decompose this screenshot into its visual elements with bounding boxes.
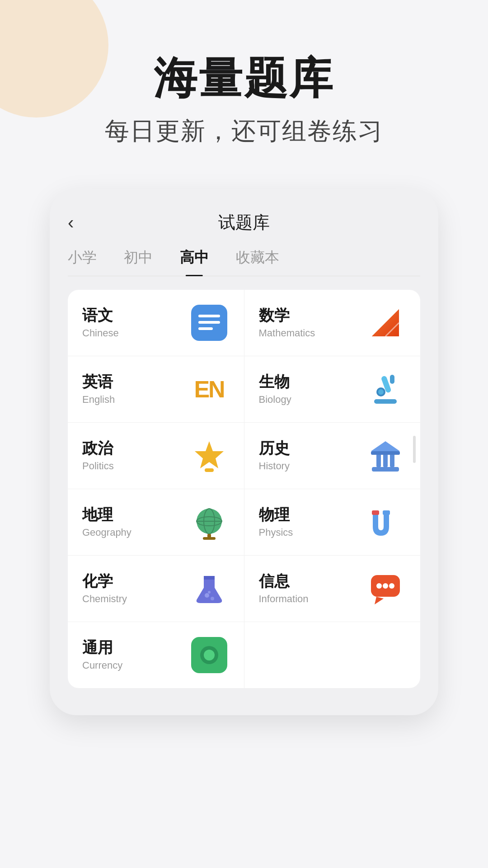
tab-bar: 小学 初中 高中 收藏本 bbox=[68, 248, 420, 276]
subject-grid: 语文 Chinese bbox=[68, 290, 420, 688]
svg-rect-11 bbox=[390, 375, 394, 384]
subject-cell-english[interactable]: 英语 English EN bbox=[68, 356, 244, 422]
svg-point-38 bbox=[204, 650, 215, 660]
geography-icon bbox=[189, 502, 230, 542]
currency-icon bbox=[189, 635, 230, 675]
subject-row-4: 化学 Chemistry bbox=[68, 556, 420, 622]
svg-point-28 bbox=[205, 593, 209, 598]
svg-point-33 bbox=[376, 583, 382, 589]
physics-icon bbox=[365, 502, 406, 542]
subject-name-en-geography: Geography bbox=[82, 527, 131, 538]
app-title: 试题库 bbox=[218, 211, 270, 234]
svg-rect-26 bbox=[372, 510, 379, 515]
app-header: ‹ 试题库 bbox=[68, 211, 420, 234]
svg-rect-25 bbox=[203, 537, 216, 540]
subject-cell-physics[interactable]: 物理 Physics bbox=[244, 489, 421, 555]
chemistry-icon bbox=[189, 568, 230, 609]
subject-name-zh-chemistry: 化学 bbox=[82, 572, 127, 590]
subject-name-en-information: Information bbox=[259, 593, 309, 605]
svg-marker-19 bbox=[371, 441, 400, 451]
svg-marker-32 bbox=[375, 597, 384, 604]
subject-name-en-politics: Politics bbox=[82, 460, 114, 472]
subject-name-en-history: History bbox=[259, 460, 290, 472]
math-icon bbox=[365, 302, 406, 343]
chinese-icon bbox=[189, 302, 230, 343]
page-content: 海量题库 每日更新，还可组卷练习 ‹ 试题库 小学 初中 高中 收藏本 bbox=[0, 0, 488, 715]
tab-middle[interactable]: 初中 bbox=[124, 248, 153, 270]
subject-name-en-currency: Currency bbox=[82, 660, 122, 671]
svg-rect-27 bbox=[383, 510, 390, 515]
subject-name-en-english: English bbox=[82, 394, 115, 406]
subject-info-biology: 生物 Biology bbox=[259, 373, 291, 406]
subject-name-zh-information: 信息 bbox=[259, 572, 309, 590]
svg-rect-1 bbox=[198, 315, 220, 317]
svg-point-34 bbox=[383, 583, 388, 589]
subject-cell-chinese[interactable]: 语文 Chinese bbox=[68, 290, 244, 356]
svg-rect-18 bbox=[371, 451, 400, 455]
subject-name-zh-math: 数学 bbox=[259, 306, 315, 325]
subject-info-physics: 物理 Physics bbox=[259, 505, 293, 538]
subject-info-chinese: 语文 Chinese bbox=[82, 306, 119, 339]
subject-info-history: 历史 History bbox=[259, 439, 290, 472]
subject-name-en-chemistry: Chemistry bbox=[82, 593, 127, 605]
subject-row-0: 语文 Chinese bbox=[68, 290, 420, 356]
politics-icon bbox=[189, 435, 230, 476]
svg-rect-16 bbox=[383, 453, 388, 467]
subject-name-zh-physics: 物理 bbox=[259, 505, 293, 524]
subject-name-zh-geography: 地理 bbox=[82, 505, 131, 524]
english-en-text: EN bbox=[194, 377, 224, 401]
subject-info-currency: 通用 Currency bbox=[82, 638, 122, 671]
svg-rect-15 bbox=[376, 453, 381, 467]
subject-cell-currency[interactable]: 通用 Currency bbox=[68, 622, 244, 688]
svg-marker-5 bbox=[372, 309, 399, 336]
svg-marker-12 bbox=[195, 441, 224, 468]
subject-name-zh-chinese: 语文 bbox=[82, 306, 119, 325]
subject-cell-politics[interactable]: 政治 Politics bbox=[68, 423, 244, 489]
subject-info-english: 英语 English bbox=[82, 373, 115, 406]
phone-mock: ‹ 试题库 小学 初中 高中 收藏本 语文 Chinese bbox=[50, 189, 438, 715]
svg-rect-13 bbox=[205, 468, 214, 472]
subject-cell-chemistry[interactable]: 化学 Chemistry bbox=[68, 556, 244, 622]
svg-rect-8 bbox=[374, 399, 397, 404]
subject-info-geography: 地理 Geography bbox=[82, 505, 131, 538]
biology-icon bbox=[365, 369, 406, 410]
subject-cell-geography[interactable]: 地理 Geography bbox=[68, 489, 244, 555]
subject-row-5: 通用 Currency bbox=[68, 622, 420, 688]
svg-rect-14 bbox=[372, 467, 399, 472]
tab-favorites[interactable]: 收藏本 bbox=[236, 248, 279, 270]
subject-name-en-biology: Biology bbox=[259, 394, 291, 406]
subject-row-3: 地理 Geography bbox=[68, 489, 420, 556]
subject-info-information: 信息 Information bbox=[259, 572, 309, 605]
history-icon bbox=[365, 435, 406, 476]
svg-point-30 bbox=[208, 591, 211, 594]
subject-cell-math[interactable]: 数学 Mathematics bbox=[244, 290, 421, 356]
svg-point-35 bbox=[389, 583, 394, 589]
subject-cell-history[interactable]: 历史 History bbox=[244, 423, 421, 489]
subject-info-chemistry: 化学 Chemistry bbox=[82, 572, 127, 605]
subject-name-en-chinese: Chinese bbox=[82, 327, 119, 339]
subject-info-politics: 政治 Politics bbox=[82, 439, 114, 472]
svg-rect-17 bbox=[390, 453, 394, 467]
hero-title: 海量题库 bbox=[154, 54, 334, 102]
subject-cell-biology[interactable]: 生物 Biology bbox=[244, 356, 421, 422]
subject-cell-information[interactable]: 信息 Information bbox=[244, 556, 421, 622]
english-icon: EN bbox=[189, 369, 230, 410]
subject-name-zh-english: 英语 bbox=[82, 373, 115, 391]
subject-row-1: 英语 English EN 生物 Biology bbox=[68, 356, 420, 423]
svg-point-29 bbox=[211, 597, 214, 600]
subject-name-en-physics: Physics bbox=[259, 527, 293, 538]
hero-subtitle: 每日更新，还可组卷练习 bbox=[105, 115, 383, 148]
subject-name-en-math: Mathematics bbox=[259, 327, 315, 339]
subject-row-2: 政治 Politics 历史 bbox=[68, 423, 420, 489]
svg-rect-2 bbox=[198, 321, 220, 324]
subject-name-zh-biology: 生物 bbox=[259, 373, 291, 391]
back-button[interactable]: ‹ bbox=[68, 212, 74, 233]
phone-mock-inner: ‹ 试题库 小学 初中 高中 收藏本 语文 Chinese bbox=[68, 211, 420, 688]
svg-rect-3 bbox=[198, 327, 213, 330]
subject-name-zh-history: 历史 bbox=[259, 439, 290, 458]
tab-primary[interactable]: 小学 bbox=[68, 248, 97, 270]
scroll-hint bbox=[413, 436, 416, 463]
subject-info-math: 数学 Mathematics bbox=[259, 306, 315, 339]
tab-high[interactable]: 高中 bbox=[180, 248, 209, 270]
subject-name-zh-politics: 政治 bbox=[82, 439, 114, 458]
